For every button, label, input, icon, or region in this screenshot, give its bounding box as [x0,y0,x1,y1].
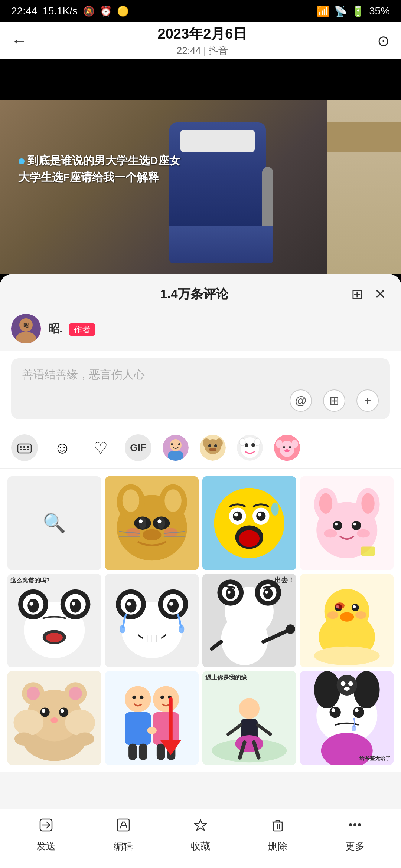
edit-button[interactable]: 编辑 [85,817,162,853]
emoji-btn[interactable]: ☺ [49,434,76,461]
alarm-icon: ⏰ [100,6,112,17]
svg-rect-161 [128,744,137,760]
svg-point-134 [314,646,379,665]
bottom-bar: 发送 编辑 收藏 [0,809,401,868]
status-bar: 22:44 15.1K/s 🔕 ⏰ 🟡 📶 📡 🔋 35% [0,0,401,22]
add-button[interactable]: + [356,389,379,412]
send-label: 发送 [36,840,56,853]
delete-button[interactable]: 删除 [239,817,316,853]
svg-rect-8 [20,449,22,450]
sticker-kuromi[interactable]: 给爷整无语了 [300,671,394,765]
svg-point-65 [271,503,279,516]
svg-point-133 [355,611,366,619]
signal-icon: 📶 [317,5,330,17]
emoji-icon: ☺ [54,438,71,457]
comment-input-box[interactable]: 善语结善缘，恶言伤人心 @ ⊞ + [11,358,390,419]
sticker-panda-cry[interactable] [105,574,199,668]
svg-rect-155 [153,712,179,745]
sticker-avatar-3[interactable] [237,435,263,461]
svg-point-88 [72,602,75,605]
edit-label: 编辑 [114,840,133,853]
sticker-avatar-4[interactable] [274,435,300,461]
svg-point-178 [314,671,340,708]
collect-icon [192,817,209,837]
sticker-search-cell[interactable]: 🔍 [7,476,101,570]
sticker-cat-funny[interactable] [105,476,199,570]
close-icon[interactable]: ✕ [374,286,386,302]
comment-panel: 1.4万条评论 ⊞ ✕ 昭 昭. 作者 善语结善缘，恶言伤人心 @ [0,274,401,868]
svg-point-60 [256,512,265,521]
svg-point-188 [355,708,358,712]
svg-point-143 [69,687,82,700]
keyboard-toggle-button[interactable]: ⊞ [323,389,345,412]
status-speed: 15.1K/s [42,5,78,17]
svg-point-115 [263,588,273,599]
header-action-icon[interactable]: ⊙ [377,32,390,49]
sticker-scared[interactable] [202,476,296,570]
svg-point-100 [169,602,173,605]
keyboard-icon: ⊞ [329,394,339,408]
encounter-text: 遇上你是我的缘 [205,674,247,682]
sticker-pink-cat[interactable] [300,476,394,570]
svg-point-101 [120,625,125,633]
more-button[interactable]: 更多 [316,817,394,853]
sticker-avatar-2[interactable] [200,435,226,461]
plus-icon: + [364,394,371,408]
keyboard-btn[interactable] [11,434,38,461]
sticker-panda-question[interactable]: 这么离谱的吗? [7,574,101,668]
send-button[interactable]: 发送 [7,817,85,853]
svg-point-117 [265,591,268,594]
svg-point-97 [125,598,136,612]
svg-point-184 [344,687,349,691]
author-name: 昭. [48,322,62,335]
svg-point-86 [70,598,81,612]
author-badge: 作者 [69,323,95,336]
svg-point-45 [157,517,165,529]
kuromi-text: 给爷整无语了 [359,755,391,762]
svg-point-148 [50,717,58,723]
heart-btn[interactable]: ♡ [87,434,114,461]
gif-button[interactable]: GIF [125,434,151,461]
expand-icon[interactable]: ⊞ [351,286,363,302]
sticker-avatar-1[interactable] [163,435,189,461]
svg-point-197 [349,823,352,826]
panda-question-text: 这么离谱的吗? [10,577,50,585]
status-right: 📶 📡 🔋 35% [317,5,390,17]
sticker-hamster[interactable] [7,671,101,765]
svg-point-154 [153,686,179,712]
svg-point-14 [171,443,173,445]
overlay-dot [19,158,25,164]
svg-point-182 [340,681,345,686]
input-placeholder: 善语结善缘，恶言伤人心 [22,366,379,384]
svg-point-145 [59,707,68,717]
input-area: 善语结善缘，恶言伤人心 @ ⊞ + [0,351,401,427]
sticker-encounter[interactable]: 遇上你是我的缘 [202,671,296,765]
heart-icon: ♡ [93,438,108,457]
wall-shelf [327,122,401,152]
svg-point-75 [353,523,356,526]
sticker-panda-out[interactable]: 出去！ [202,574,296,668]
header-center: 2023年2月6日 22:44 | 抖音 [158,24,247,57]
svg-text:昭: 昭 [23,322,29,328]
svg-point-199 [358,823,361,826]
video-area: 到底是谁说的男大学生选D座女大学生选F座请给我一个解释 [0,59,401,274]
sticker-couple[interactable] [105,671,199,765]
svg-point-144 [40,707,49,717]
at-button[interactable]: @ [290,389,312,412]
sticker-duck[interactable] [300,574,394,668]
back-button[interactable]: ← [11,32,27,50]
video-overlay-text: 到底是谁说的男大学生选D座女大学生选F座请给我一个解释 [19,152,180,185]
sticker-grid-container: 🔍 [0,469,401,772]
svg-point-125 [324,589,369,634]
svg-point-64 [239,530,260,547]
svg-point-142 [27,687,40,700]
collect-button[interactable]: 收藏 [162,817,239,853]
svg-point-157 [132,696,136,699]
header-date: 2023年2月6日 [158,24,247,43]
gif-label: GIF [130,442,146,454]
svg-point-185 [329,707,340,718]
seat-headrest [180,130,255,152]
svg-point-121 [286,624,295,634]
svg-point-32 [291,440,298,448]
svg-point-139 [65,710,95,736]
